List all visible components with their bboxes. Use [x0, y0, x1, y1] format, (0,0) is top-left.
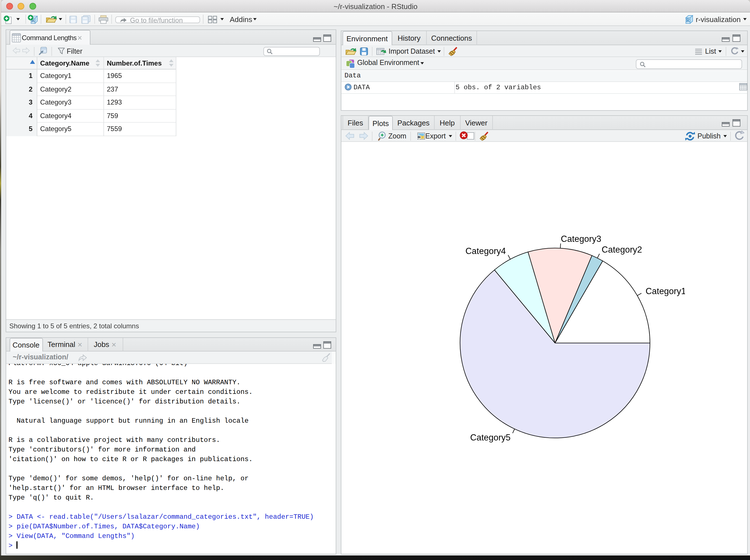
svg-text:Category4: Category4 — [466, 246, 506, 256]
svg-text:Category5: Category5 — [470, 433, 511, 442]
svg-text:Category1: Category1 — [646, 286, 685, 296]
svg-text:Category3: Category3 — [561, 234, 601, 244]
svg-text:R: R — [686, 18, 690, 23]
svg-text:Category2: Category2 — [601, 245, 642, 255]
